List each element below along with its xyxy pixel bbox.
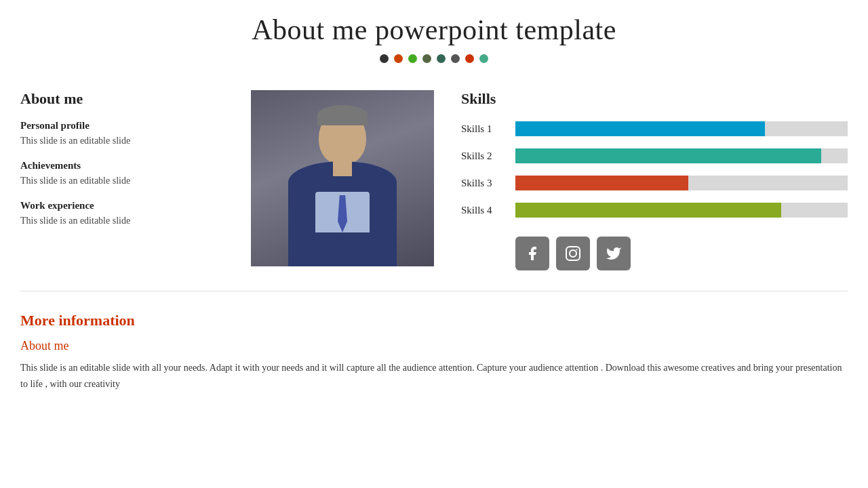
person-image	[251, 90, 434, 266]
svg-rect-0	[566, 247, 580, 260]
page-title: About me powerpoint template	[14, 14, 854, 46]
skill-bar-bg-0	[515, 121, 848, 136]
header-section: About me powerpoint template	[0, 0, 868, 77]
svg-point-1	[570, 250, 576, 257]
section-text-1: This slide is an editable slide	[20, 176, 237, 186]
main-content: About me Personal profileThis slide is a…	[0, 77, 868, 284]
section-title-2: Work experience	[20, 200, 237, 211]
svg-point-2	[576, 249, 578, 251]
section-title-0: Personal profile	[20, 120, 237, 131]
more-info-heading: More information	[20, 312, 848, 329]
right-panel: Skills Skills 1Skills 2Skills 3Skills 4	[461, 90, 848, 270]
profile-photo	[251, 90, 434, 266]
dot-4[interactable]	[437, 54, 446, 63]
about-me-heading: About me	[20, 90, 237, 108]
dot-6[interactable]	[465, 54, 474, 63]
skill-row-2: Skills 3	[461, 176, 848, 190]
skill-label-2: Skills 3	[461, 178, 515, 189]
skill-row-0: Skills 1	[461, 121, 848, 136]
skill-label-3: Skills 4	[461, 205, 515, 216]
divider	[20, 291, 848, 291]
bottom-section: More information About me This slide is …	[0, 298, 868, 406]
instagram-icon[interactable]	[556, 237, 590, 270]
dot-1[interactable]	[394, 54, 403, 63]
section-text-2: This slide is an editable slide	[20, 216, 237, 226]
skill-row-3: Skills 4	[461, 203, 848, 218]
section-text-0: This slide is an editable slide	[20, 136, 237, 146]
skill-label-0: Skills 1	[461, 123, 515, 135]
dot-2[interactable]	[408, 54, 417, 63]
skill-bar-fill-2	[515, 176, 688, 190]
dot-7[interactable]	[479, 54, 488, 63]
section-title-1: Achievements	[20, 160, 237, 171]
skill-bar-bg-3	[515, 203, 848, 218]
about-me-sub-heading: About me	[20, 339, 848, 353]
skill-bar-fill-3	[515, 203, 781, 218]
twitter-icon[interactable]	[597, 237, 631, 270]
skill-label-1: Skills 2	[461, 150, 515, 162]
facebook-icon[interactable]	[515, 237, 549, 270]
skill-bar-bg-2	[515, 176, 848, 190]
social-icons	[515, 237, 848, 270]
skill-bar-bg-1	[515, 148, 848, 163]
skills-heading: Skills	[461, 90, 848, 108]
description-text: This slide is an editable slide with all…	[20, 360, 848, 392]
dot-0[interactable]	[380, 54, 389, 63]
dot-3[interactable]	[422, 54, 431, 63]
skill-bar-fill-0	[515, 121, 765, 136]
dot-5[interactable]	[451, 54, 460, 63]
left-panel: About me Personal profileThis slide is a…	[20, 90, 251, 270]
skill-row-1: Skills 2	[461, 148, 848, 163]
skill-bar-fill-1	[515, 148, 821, 163]
dots-row	[14, 54, 854, 63]
